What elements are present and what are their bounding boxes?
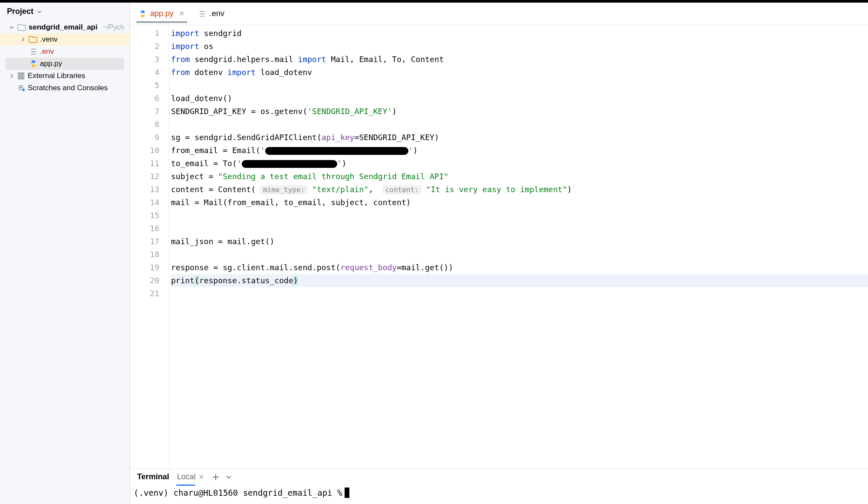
code-text: mail = Mail(from_email, to_email, subjec… xyxy=(171,198,411,207)
builtin: print xyxy=(171,276,194,285)
terminal-body[interactable]: (.venv) charu@HL01560 sendgrid_email_api… xyxy=(130,485,868,504)
code-editor[interactable]: 1234 5678 9101112 13141516 17181920 21 i… xyxy=(130,25,868,468)
tree-scratches-label: Scratches and Consoles xyxy=(28,84,108,92)
code-text: os xyxy=(199,42,214,51)
folder-icon xyxy=(29,36,37,43)
kw: import xyxy=(227,68,256,77)
main-layout: Project sendgrid_email_api ~/Pych xyxy=(0,3,868,504)
project-sidebar-header[interactable]: Project xyxy=(0,3,130,20)
redacted-email xyxy=(242,160,337,168)
local-tab-label: Local xyxy=(177,472,196,481)
tree-env-label: .env xyxy=(40,47,54,56)
bottom-tabs: Terminal Local ✕ xyxy=(130,469,868,485)
tree-root-path: ~/Pych xyxy=(103,23,124,31)
editor-tabs: app.py ✕ .env xyxy=(130,3,868,25)
param: request_body xyxy=(340,263,397,272)
tab-app-py[interactable]: app.py ✕ xyxy=(132,5,191,23)
code-text: load_dotenv() xyxy=(171,94,232,103)
code-text: sendgrid.helpers.mail xyxy=(190,55,298,64)
code-text: , xyxy=(368,185,383,194)
tree-scratches[interactable]: Scratches and Consoles xyxy=(0,82,130,94)
python-icon xyxy=(30,60,37,68)
code-text: SENDGRID_API_KEY = os.getenv( xyxy=(171,107,307,116)
library-icon xyxy=(17,72,25,80)
code-text: content = Content( xyxy=(171,185,260,194)
code-text: from_email = Email( xyxy=(171,146,260,155)
svg-point-1 xyxy=(34,66,35,67)
svg-point-7 xyxy=(143,16,144,17)
local-tab[interactable]: Local ✕ xyxy=(177,472,204,481)
close-icon[interactable]: ✕ xyxy=(198,473,204,481)
terminal-prompt: (.venv) charu@HL01560 sendgrid_email_api… xyxy=(134,488,342,497)
code-text: ) xyxy=(392,107,397,116)
chevron-right-icon xyxy=(9,73,15,79)
param: api_key xyxy=(322,133,355,142)
tree-app-file[interactable]: app.py xyxy=(5,58,125,70)
chevron-down-icon xyxy=(37,9,42,14)
tree-root[interactable]: sendgrid_email_api ~/Pych xyxy=(0,21,130,33)
file-icon xyxy=(30,48,37,56)
project-sidebar: Project sendgrid_email_api ~/Pych xyxy=(0,3,130,504)
tree-venv[interactable]: .venv xyxy=(0,33,130,46)
tree-external-label: External Libraries xyxy=(28,72,85,80)
terminal-cursor xyxy=(345,488,349,498)
kw: import xyxy=(171,42,199,51)
bracket: ( xyxy=(194,276,199,285)
bracket: ) xyxy=(293,276,298,285)
string: "Sending a test email through Sendgrid E… xyxy=(218,172,448,181)
chevron-down-icon[interactable] xyxy=(226,474,232,480)
kw: from xyxy=(171,68,190,77)
param-hint: mime_type: xyxy=(260,185,307,194)
code-text: =mail.get()) xyxy=(397,263,453,272)
code-text: ) xyxy=(413,146,418,155)
string: 'SENDGRID_API_KEY' xyxy=(307,107,392,116)
plus-icon[interactable] xyxy=(212,473,220,481)
string: ' xyxy=(237,159,242,168)
chevron-right-icon xyxy=(20,37,26,42)
chevron-down-icon xyxy=(9,25,15,30)
project-tree: sendgrid_email_api ~/Pych .venv .env xyxy=(0,20,130,95)
svg-point-5 xyxy=(22,88,25,91)
code-text: sendgrid xyxy=(199,29,242,38)
bottom-panel: Terminal Local ✕ (.venv) charu@HL01560 s… xyxy=(130,468,868,504)
tab-label: app.py xyxy=(150,9,174,18)
tree-external-libs[interactable]: External Libraries xyxy=(0,70,130,82)
folder-icon xyxy=(17,24,26,31)
svg-rect-4 xyxy=(23,73,24,79)
tree-env-file[interactable]: .env xyxy=(0,46,130,58)
code-text: sg = sendgrid.SendGridAPIClient( xyxy=(171,133,322,142)
redacted-email xyxy=(265,147,408,155)
kw: import xyxy=(171,29,199,38)
tab-env[interactable]: .env xyxy=(191,5,231,23)
string: ' xyxy=(337,159,342,168)
svg-point-6 xyxy=(141,11,142,12)
code-text: response = sg.client.mail.send.post( xyxy=(171,263,340,272)
param-hint: content: xyxy=(383,185,421,194)
string: "It is very easy to implement" xyxy=(421,185,567,194)
code-text: load_dotenv xyxy=(256,68,312,77)
code-text: mail_json = mail.get() xyxy=(171,237,274,246)
scratches-icon xyxy=(17,84,25,92)
terminal-tab[interactable]: Terminal xyxy=(137,472,169,481)
string: ' xyxy=(260,146,265,155)
code-text: ) xyxy=(567,185,572,194)
gutter: 1234 5678 9101112 13141516 17181920 21 xyxy=(130,25,169,468)
code-text: ) xyxy=(342,159,346,168)
code-text: dotenv xyxy=(190,68,227,77)
editor-area: app.py ✕ .env 1234 5678 9101112 13141516… xyxy=(130,3,868,504)
tab-label: .env xyxy=(210,9,224,18)
svg-rect-3 xyxy=(20,73,22,79)
kw: import xyxy=(298,55,326,64)
svg-rect-2 xyxy=(18,73,20,79)
string: ' xyxy=(408,146,413,155)
code-text: subject = xyxy=(171,172,218,181)
bottom-actions xyxy=(212,473,232,481)
code-content[interactable]: import sendgrid import os from sendgrid.… xyxy=(169,25,868,468)
project-title: Project xyxy=(7,7,33,16)
svg-point-0 xyxy=(32,61,33,62)
kw: from xyxy=(171,55,190,64)
tree-root-label: sendgrid_email_api xyxy=(29,23,98,32)
close-icon[interactable]: ✕ xyxy=(179,10,184,18)
code-text: response.status_code xyxy=(199,276,293,285)
code-text: =SENDGRID_API_KEY) xyxy=(355,133,439,142)
